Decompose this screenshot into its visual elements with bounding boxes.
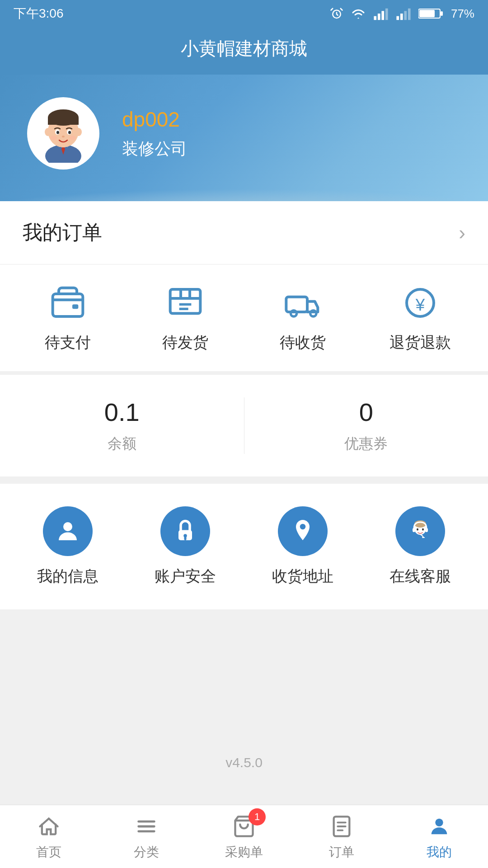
svg-point-20 [45,128,51,136]
service-account-security[interactable]: 账户安全 [127,506,244,587]
svg-rect-19 [48,118,79,125]
orders-chevron-icon: › [459,222,465,244]
profile-info: dp002 装修公司 [122,107,187,160]
cart-badge: 1 [249,808,266,826]
order-item-pending-receive[interactable]: 待收货 [244,283,361,353]
battery-percent: 77% [451,7,474,21]
service-label-1: 账户安全 [155,566,216,587]
service-address[interactable]: 收货地址 [244,506,361,587]
page-header: 小黄帽建材商城 [0,27,488,75]
balance-value-0: 0.1 [104,397,140,427]
svg-rect-7 [404,11,407,20]
svg-point-25 [68,131,71,134]
orders-section-header[interactable]: 我的订单 › [0,201,488,264]
alarm-icon [330,7,343,20]
svg-point-46 [300,524,306,530]
nav-label-cart: 采购单 [225,844,263,861]
svg-point-21 [75,128,82,136]
svg-point-38 [291,311,296,316]
order-item-pending-payment[interactable]: 待支付 [9,283,127,353]
balance-label-0: 余额 [108,434,136,454]
order-item-refund[interactable]: ¥ 退货退款 [361,283,479,353]
order-label-0: 待支付 [45,332,91,353]
svg-rect-30 [72,304,78,309]
profile-role: 装修公司 [122,138,187,160]
nav-item-home[interactable]: 首页 [0,813,98,861]
order-label-1: 待发货 [162,332,208,353]
version-text: v4.5.0 [225,755,263,770]
svg-point-42 [63,522,72,531]
svg-rect-1 [374,16,376,20]
nav-label-mine: 我的 [427,844,452,861]
svg-text:¥: ¥ [415,296,425,314]
svg-point-50 [422,528,424,531]
svg-rect-11 [419,10,435,17]
user-icon [43,506,93,556]
order-item-pending-ship[interactable]: 待发货 [127,283,244,353]
svg-rect-29 [53,294,83,316]
svg-rect-52 [425,528,428,532]
svg-rect-6 [400,14,403,20]
battery-icon [418,7,444,20]
signal-icon [373,7,389,20]
svg-point-27 [51,136,57,140]
orders-nav-icon [328,813,355,840]
svg-rect-8 [408,9,411,20]
order-label-2: 待收货 [280,332,326,353]
nav-label-orders: 订单 [329,844,354,861]
balance-value-1: 0 [359,397,373,427]
service-label-0: 我的信息 [37,566,99,587]
bottom-nav: 首页 分类 1 采购单 [0,805,488,868]
cart-icon-wrap: 1 [230,813,258,840]
svg-rect-51 [413,528,415,532]
truck-icon [282,283,323,323]
status-time: 下午3:06 [14,5,64,22]
service-my-info[interactable]: 我的信息 [9,506,127,587]
svg-rect-10 [441,11,443,16]
status-icons: 77% [330,7,474,21]
service-customer-service[interactable]: 在线客服 [361,506,479,587]
service-agent-icon [395,506,445,556]
category-icon [133,813,160,840]
balance-row: 0.1 余额 0 优惠券 [0,375,488,476]
location-icon [278,506,328,556]
status-bar: 下午3:06 [0,0,488,27]
lock-icon [160,506,210,556]
profile-banner: dp002 装修公司 [0,75,488,201]
avatar[interactable] [27,97,99,170]
svg-point-24 [56,131,59,134]
balance-label-1: 优惠券 [344,434,388,454]
balance-item-1[interactable]: 0 优惠券 [244,397,488,454]
svg-rect-5 [396,16,399,20]
svg-rect-3 [381,11,384,20]
wifi-icon [351,7,366,20]
svg-point-39 [310,311,316,316]
service-label-3: 在线客服 [389,566,451,587]
header-title: 小黄帽建材商城 [181,38,307,58]
nav-item-cart[interactable]: 1 采购单 [195,813,293,861]
svg-point-28 [70,136,76,140]
box-icon [165,283,206,323]
nav-item-mine[interactable]: 我的 [390,813,488,861]
avatar-image [34,104,93,163]
order-label-3: 退货退款 [389,332,451,353]
wallet-icon [47,283,88,323]
nav-label-category: 分类 [134,844,159,861]
mine-nav-icon [426,813,453,840]
orders-title: 我的订单 [23,219,102,246]
nav-item-orders[interactable]: 订单 [293,813,390,861]
signal2-icon [396,7,411,20]
nav-item-category[interactable]: 分类 [98,813,195,861]
version-area: v4.5.0 [0,617,488,788]
balance-item-0[interactable]: 0.1 余额 [0,397,244,454]
svg-point-26 [62,136,65,137]
services-row: 我的信息 账户安全 收货地址 [0,484,488,609]
svg-rect-4 [385,9,388,20]
nav-label-home: 首页 [36,844,61,861]
svg-point-49 [417,528,418,531]
refund-icon: ¥ [400,283,441,323]
svg-rect-37 [286,297,307,312]
home-icon [35,813,62,840]
svg-rect-2 [378,14,380,20]
service-label-2: 收货地址 [272,566,333,587]
